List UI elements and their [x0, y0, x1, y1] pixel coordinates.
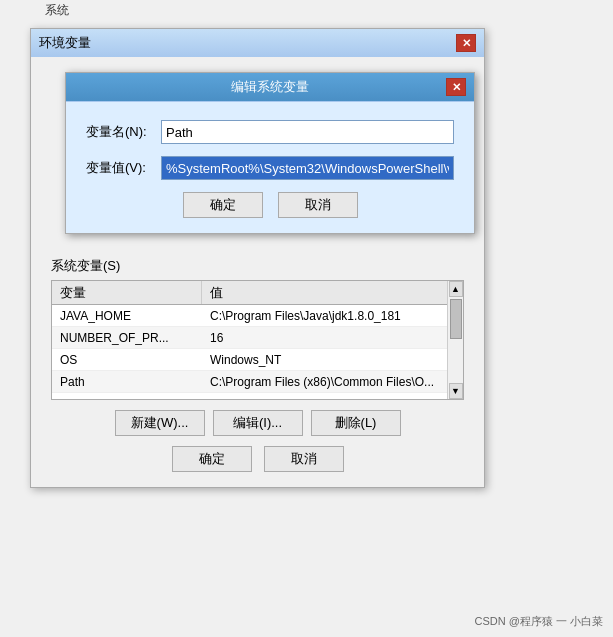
table-row[interactable]: OS Windows_NT — [52, 349, 463, 371]
delete-button[interactable]: 删除(L) — [311, 410, 401, 436]
edit-dialog-title: 编辑系统变量 — [94, 78, 446, 96]
var-value-row: 变量值(V): — [86, 156, 454, 180]
table-body: JAVA_HOME C:\Program Files\Java\jdk1.8.0… — [52, 305, 463, 400]
scrollbar[interactable]: ▲ ▼ — [447, 281, 463, 399]
watermark: CSDN @程序猿 一 小白菜 — [474, 614, 603, 629]
edit-cancel-button[interactable]: 取消 — [278, 192, 358, 218]
cell-var: JAVA_HOME — [52, 305, 202, 326]
var-name-input[interactable] — [161, 120, 454, 144]
env-dialog-titlebar: 环境变量 ✕ — [31, 29, 484, 57]
new-button[interactable]: 新建(W)... — [115, 410, 205, 436]
action-buttons: 新建(W)... 编辑(I)... 删除(L) — [51, 410, 464, 436]
cell-var: Path — [52, 371, 202, 392]
var-value-label: 变量值(V): — [86, 159, 161, 177]
edit-button[interactable]: 编辑(I)... — [213, 410, 303, 436]
col-header-val: 值 — [202, 281, 463, 304]
cell-val: C:\Program Files (x86)\Common Files\O... — [202, 371, 463, 392]
system-vars-label: 系统变量(S) — [51, 257, 464, 275]
env-dialog-close-button[interactable]: ✕ — [456, 34, 476, 52]
table-row[interactable]: Path C:\Program Files (x86)\Common Files… — [52, 371, 463, 393]
edit-confirm-button[interactable]: 确定 — [183, 192, 263, 218]
edit-dialog-content: 变量名(N): 变量值(V): 确定 取消 — [66, 101, 474, 233]
edit-dialog-titlebar: 编辑系统变量 ✕ — [66, 73, 474, 101]
cell-val: 16 — [202, 327, 463, 348]
edit-dialog-buttons: 确定 取消 — [86, 192, 454, 218]
table-row[interactable]: NUMBER_OF_PR... 16 — [52, 327, 463, 349]
env-dialog-bottom-buttons: 确定 取消 — [51, 446, 464, 472]
bg-label: 系统 — [45, 2, 69, 19]
cell-var: PATHEXT — [52, 393, 202, 400]
table-row[interactable]: JAVA_HOME C:\Program Files\Java\jdk1.8.0… — [52, 305, 463, 327]
env-cancel-button[interactable]: 取消 — [264, 446, 344, 472]
cell-var: OS — [52, 349, 202, 370]
var-name-row: 变量名(N): — [86, 120, 454, 144]
edit-dialog-close-button[interactable]: ✕ — [446, 78, 466, 96]
var-name-label: 变量名(N): — [86, 123, 161, 141]
env-confirm-button[interactable]: 确定 — [172, 446, 252, 472]
edit-dialog: 编辑系统变量 ✕ 变量名(N): 变量值(V): 确定 取消 — [65, 72, 475, 234]
cell-val: Windows_NT — [202, 349, 463, 370]
system-vars-table[interactable]: 变量 值 JAVA_HOME C:\Program Files\Java\jdk… — [51, 280, 464, 400]
cell-val: C:\Program Files\Java\jdk1.8.0_181 — [202, 305, 462, 326]
var-value-input[interactable] — [161, 156, 454, 180]
cell-val: .COM;.EXE;.BAT;.CMD;.VBS;.VBE;.JS;.JSE;.… — [202, 393, 463, 400]
scrollbar-down-button[interactable]: ▼ — [449, 383, 463, 399]
col-header-var: 变量 — [52, 281, 202, 304]
env-dialog-title: 环境变量 — [39, 34, 91, 52]
table-row[interactable]: PATHEXT .COM;.EXE;.BAT;.CMD;.VBS;.VBE;.J… — [52, 393, 463, 400]
table-header: 变量 值 — [52, 281, 463, 305]
scrollbar-thumb[interactable] — [450, 299, 462, 339]
cell-var: NUMBER_OF_PR... — [52, 327, 202, 348]
scrollbar-up-button[interactable]: ▲ — [449, 281, 463, 297]
